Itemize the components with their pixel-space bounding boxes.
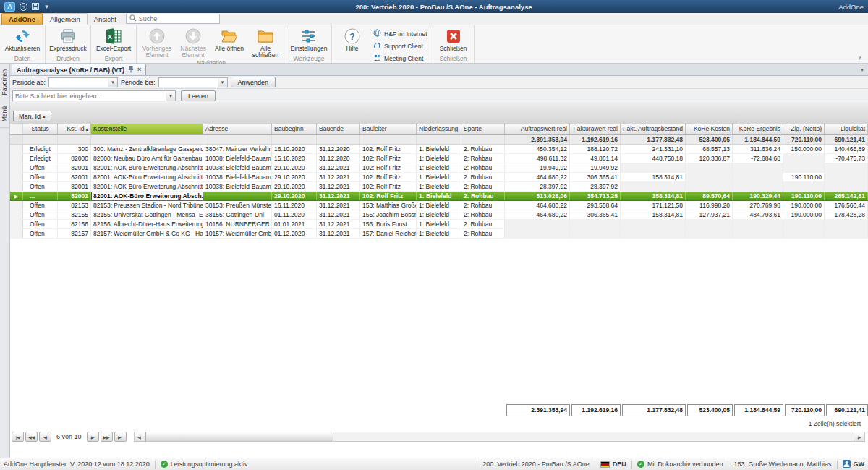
pager-first-button[interactable] [12, 432, 24, 442]
scroll-right-icon[interactable] [854, 432, 864, 441]
cell-zlg-netto: 190.110,00 [783, 173, 825, 181]
cell-kostenstelle: 82001: AOK-Büro Erweiterung Absch... [91, 192, 203, 200]
statusbar-separator [595, 461, 595, 469]
cell-fakt-auftragsbestand: 171.121,58 [621, 201, 686, 210]
grid-search-box[interactable] [12, 90, 176, 101]
pin-icon[interactable] [128, 65, 134, 74]
tab-addone[interactable]: AddOne [1, 13, 43, 25]
total-auftragsbestand: 1.177.832,48 [622, 404, 686, 416]
ribbon-search-box[interactable] [126, 14, 220, 24]
ribbon-collapse-icon[interactable] [858, 55, 862, 61]
cell-auftragswert-real: 464.680,22 [505, 201, 570, 210]
support-client-link[interactable]: Support Client [373, 41, 427, 51]
cell-sparte: 2: Rohbau [461, 210, 505, 219]
expressdruck-button[interactable]: Expressdruck [48, 26, 88, 52]
cell-baubeginn: 01.01.2021 [272, 220, 317, 228]
column-header-sparte[interactable]: Sparte [461, 124, 505, 134]
cell-auftragswert-real: 19.949,92 [505, 163, 570, 172]
table-header: Status Kst. Id Kostenstelle Adresse Baub… [10, 124, 868, 135]
statusbar-version: AddOne.Hauptfenster: V. 2020.12 vom 18.1… [4, 461, 150, 468]
column-header-liquiditaet[interactable]: Liquidität [825, 124, 868, 134]
ribbon-search-input[interactable] [139, 15, 216, 22]
support-client-label: Support Client [384, 43, 423, 50]
pager-prev-page-button[interactable] [25, 432, 38, 442]
column-header-adresse[interactable]: Adresse [203, 124, 272, 134]
schliessen-button[interactable]: Schließen [435, 26, 472, 52]
cell-baubeginn: 16.10.2020 [272, 145, 317, 153]
search-icon [129, 14, 137, 23]
cell-sparte: 2: Rohbau [461, 154, 505, 163]
table-row[interactable]: Offen 82001 82001: AOK-Büro Erweiterung … [10, 173, 868, 182]
row-indicator [10, 145, 23, 153]
grid-search-input[interactable] [13, 91, 166, 101]
table-row[interactable]: Offen 82001 82001: AOK-Büro Erweiterung … [10, 163, 868, 173]
tab-close-icon[interactable] [137, 67, 141, 73]
tab-allgemein[interactable]: Allgemein [43, 13, 88, 25]
table-row[interactable]: Offen 82156 82156: Albrecht-Dürer-Haus E… [10, 220, 868, 229]
save-icon[interactable] [30, 2, 40, 12]
anwenden-button[interactable]: Anwenden [231, 77, 276, 87]
column-header-kst-id[interactable]: Kst. Id [58, 124, 91, 134]
hf-im-internet-link[interactable]: H&F im Internet [373, 29, 427, 38]
column-header-kore-ergebnis[interactable]: KoRe Ergebnis [733, 124, 783, 134]
document-tab-auftragsanalyse[interactable]: Auftragsanalyse (KoRe / BAB) (VT) [12, 64, 146, 75]
column-header-fakt-auftragsbestand[interactable]: Fakt. Auftragsbestand [621, 124, 686, 134]
pager-last-button[interactable] [114, 432, 127, 442]
alle-oeffnen-button[interactable]: Alle öffnen [211, 26, 247, 52]
pager-next-button[interactable] [87, 432, 99, 442]
column-header-bauleiter[interactable]: Bauleiter [360, 124, 417, 134]
table-row[interactable]: Offen 82001 82001: AOK-Büro Erweiterung … [10, 182, 868, 192]
cell-niederlassung: 1: Bielefeld [417, 182, 461, 191]
table-row[interactable]: ... 82001 82001: AOK-Büro Erweiterung Ab… [10, 192, 868, 201]
column-header-zlg-netto[interactable]: Zlg. (Netto) [783, 124, 825, 134]
tab-ansicht[interactable]: Ansicht [88, 13, 123, 25]
aktualisieren-button[interactable]: Aktualisieren [2, 26, 43, 52]
column-header-kore-kosten[interactable]: KoRe Kosten [686, 124, 733, 134]
naechstes-element-button[interactable]: Nächstes Element [175, 26, 211, 59]
leeren-button[interactable]: Leeren [181, 90, 216, 101]
cell-liquiditaet [825, 173, 868, 181]
column-header-niederlassung[interactable]: Niederlassung [417, 124, 461, 134]
app-logo[interactable]: A [4, 2, 15, 12]
help-icon[interactable]: ? [19, 2, 28, 12]
statusbar-language-label: DEU [613, 461, 626, 468]
table-row[interactable]: Offen 82157 82157: Weidmüller GmbH & Co … [10, 229, 868, 239]
column-header-status[interactable]: Status [23, 124, 58, 134]
table-row[interactable]: Offen 82155 82155: Universität Göttingen… [10, 210, 868, 220]
pager-prev-button[interactable] [39, 432, 51, 442]
periode-ab-select[interactable] [48, 77, 118, 87]
horizontal-scrollbar[interactable] [134, 432, 865, 442]
scroll-left-icon[interactable] [135, 432, 145, 441]
table-row[interactable]: Erledigt 82000 82000: Neubau Büro Amt fü… [10, 154, 868, 163]
column-header-bauende[interactable]: Bauende [317, 124, 360, 134]
cell-zlg-netto [783, 154, 825, 163]
column-header-fakturawert-real[interactable]: Fakturawert real [570, 124, 621, 134]
column-header-auftragswert-real[interactable]: Auftragswert real [505, 124, 570, 134]
hilfe-button[interactable]: ? Hilfe [334, 26, 370, 52]
table-row[interactable]: Erledigt 300 300: Mainz - Zentralkläranl… [10, 145, 868, 154]
vorheriges-element-button[interactable]: Vorheriges Element [139, 26, 175, 59]
cell-kore-kosten: 127.937,21 [686, 210, 733, 219]
pager-next-page-button[interactable] [101, 432, 113, 442]
data-grid: Status Kst. Id Kostenstelle Adresse Baub… [10, 124, 868, 458]
ribbon-tab-bar: AddOne Allgemein Ansicht [0, 13, 868, 25]
periode-bis-select[interactable] [158, 77, 228, 87]
group-by-chip-man-id[interactable]: Man. Id [13, 111, 51, 121]
sidebar-tab-menue[interactable]: Menü [0, 101, 9, 128]
tab-list-dropdown-icon[interactable] [861, 67, 864, 73]
cell-kore-ergebnis: 311.636,24 [733, 145, 783, 153]
quick-access-dropdown-icon[interactable]: ▾ [42, 2, 51, 12]
einstellungen-button[interactable]: Einstellungen [289, 26, 329, 52]
excel-export-button[interactable]: X Excel-Export [93, 26, 134, 52]
column-header-baubeginn[interactable]: Baubeginn [272, 124, 317, 134]
alle-schliessen-button[interactable]: Alle schließen [247, 26, 284, 59]
scrollbar-thumb[interactable] [145, 432, 333, 441]
table-row[interactable]: Offen 82153 82153: Preussen Stadion - No… [10, 201, 868, 210]
statusbar-language[interactable]: DEU [600, 461, 626, 468]
column-header-kostenstelle[interactable]: Kostenstelle [91, 124, 203, 134]
meeting-client-link[interactable]: Meeting Client [373, 54, 427, 63]
summary-zlg-netto: 720.110,00 [783, 135, 825, 144]
statusbar-user-badge[interactable]: GW [843, 460, 865, 469]
spacer-cell [58, 135, 91, 144]
sidebar-tab-favoriten[interactable]: Favoriten [0, 64, 9, 101]
